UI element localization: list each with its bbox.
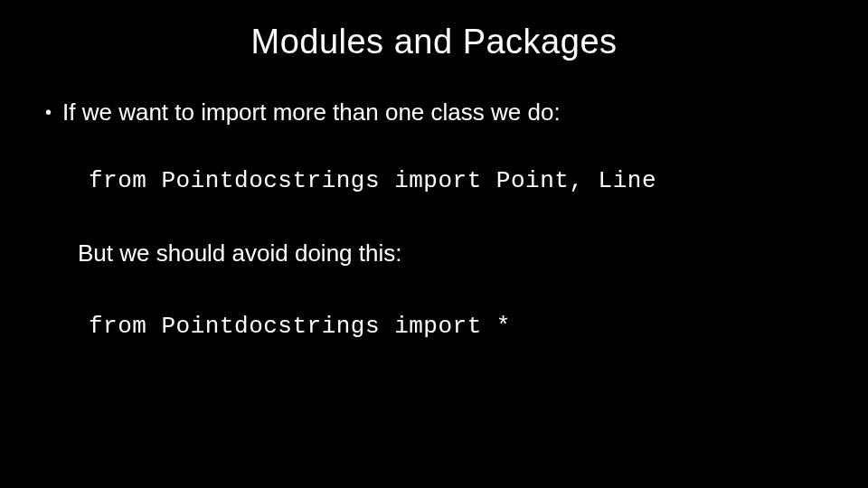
code-line-1: from Pointdocstrings import Point, Line: [89, 167, 823, 194]
slide-title: Modules and Packages: [45, 23, 823, 61]
bullet-dot-icon: •: [45, 98, 52, 127]
bullet-item-1: • If we want to import more than one cla…: [45, 98, 823, 127]
slide-container: Modules and Packages • If we want to imp…: [0, 0, 868, 488]
bullet-text-1: If we want to import more than one class…: [62, 98, 561, 127]
body-text-1: But we should avoid doing this:: [78, 239, 823, 267]
code-line-2: from Pointdocstrings import *: [89, 313, 823, 340]
